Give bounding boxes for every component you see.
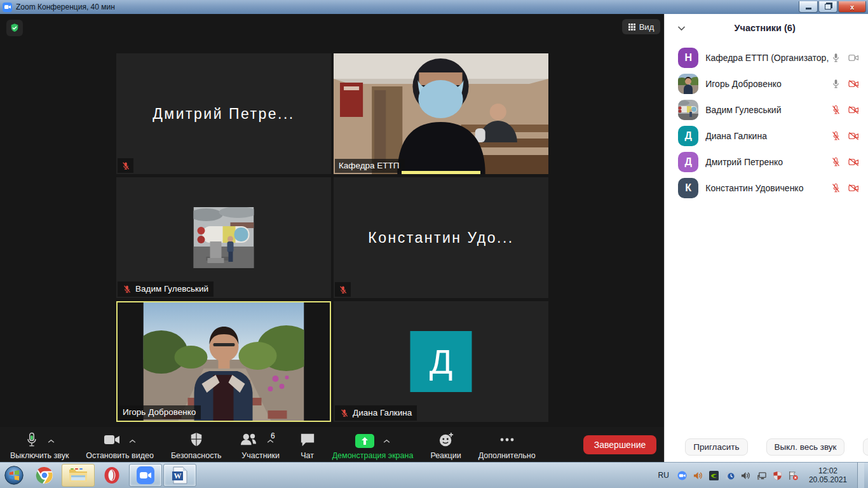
muted-mic-icon	[339, 407, 349, 418]
share-screen-icon	[355, 434, 374, 448]
reactions-button[interactable]: Реакции	[430, 430, 461, 460]
avatar: Н	[678, 48, 698, 68]
participant-name: Дмитрий Петренко	[705, 157, 831, 167]
more-button[interactable]: ...	[863, 438, 868, 456]
opera-taskbar-icon[interactable]	[96, 464, 128, 486]
restore-button[interactable]	[818, 1, 837, 13]
invite-button[interactable]: Пригласить	[685, 438, 747, 456]
language-indicator[interactable]: RU	[656, 471, 672, 480]
tile-name-label: Диана Галкина	[353, 408, 412, 417]
more-options-button[interactable]: Дополнительно	[478, 430, 536, 460]
tile-name-text: Константин Удо...	[334, 177, 548, 298]
zoom-app-icon	[3, 3, 12, 12]
video-tile-konstantin[interactable]: Константин Удо...	[334, 177, 548, 298]
muted-mic-icon	[121, 283, 132, 294]
video-tile-vadim[interactable]: Вадим Гулевський	[116, 177, 331, 298]
mute-audio-button[interactable]: Выключить звук	[10, 430, 69, 460]
participant-row-dmitriy[interactable]: Д Дмитрий Петренко	[665, 149, 868, 175]
camera-icon	[104, 433, 120, 449]
blue-clock-app-icon[interactable]	[724, 470, 735, 481]
mute-all-button[interactable]: Выкл. весь звук	[766, 438, 845, 456]
camera-status-icon	[848, 78, 859, 89]
chat-button[interactable]: Чат	[300, 430, 315, 460]
video-stage: Вид Дмитрий Петре...	[0, 14, 664, 463]
close-button[interactable]: x	[838, 1, 866, 13]
mic-status-icon	[831, 104, 841, 115]
chevron-up-icon[interactable]	[129, 439, 136, 444]
volume-manager-icon[interactable]	[693, 470, 703, 481]
tile-name-label: Вадим Гулевський	[135, 284, 208, 294]
smiley-plus-icon	[438, 432, 454, 450]
participants-count-badge: 6	[271, 431, 275, 440]
classroom-video-feed	[334, 53, 548, 174]
avatar-photo	[678, 74, 698, 94]
avatar: Д	[678, 126, 698, 146]
participants-button[interactable]: 6 Участники	[239, 430, 283, 460]
stop-video-button[interactable]: Остановить видео	[86, 430, 154, 460]
active-speaker-bar	[402, 171, 480, 174]
zoom-meeting-window: Zoom Конференция, 40 мин x Вид Дмитрий П…	[0, 0, 868, 488]
show-desktop-button[interactable]	[857, 463, 864, 488]
word-taskbar-icon[interactable]: W	[163, 464, 196, 487]
chrome-taskbar-icon[interactable]	[29, 464, 60, 486]
camera-status-icon	[848, 182, 859, 193]
video-tile-kafedra[interactable]: Кафедра ЕТТП	[334, 53, 548, 174]
chevron-up-icon[interactable]	[48, 439, 55, 444]
camera-status-icon	[848, 104, 859, 115]
participants-panel-footer: Пригласить Выкл. весь звук ...	[665, 438, 868, 456]
action-center-flag-icon[interactable]	[788, 470, 799, 481]
tile-name-label: Игорь Добровенко	[123, 407, 196, 417]
end-meeting-button[interactable]: Завершение	[583, 435, 656, 454]
avatar-photo	[678, 100, 698, 120]
window-title: Zoom Конференция, 40 мин	[16, 3, 115, 11]
share-screen-button[interactable]: Демонстрация экрана	[332, 430, 414, 460]
vadim-avatar-photo	[194, 207, 254, 268]
taskbar-clock[interactable]: 12:02 20.05.2021	[804, 466, 852, 484]
mic-status-icon	[831, 78, 841, 89]
encryption-shield-icon[interactable]	[6, 20, 23, 36]
nvidia-settings-icon[interactable]	[709, 470, 719, 481]
security-shield-tray-icon[interactable]	[772, 470, 783, 481]
mic-status-icon	[831, 156, 841, 167]
window-titlebar[interactable]: Zoom Конференция, 40 мин x	[0, 0, 868, 15]
camera-status-icon	[848, 52, 859, 63]
igor-avatar-photo	[144, 302, 304, 421]
zoom-tray-icon[interactable]	[677, 470, 688, 481]
avatar: Д	[678, 152, 698, 172]
windows-taskbar: W RU	[0, 462, 868, 488]
file-explorer-taskbar-icon[interactable]	[62, 464, 95, 487]
system-tray: RU	[656, 463, 868, 488]
participants-panel-title: Участники (6)	[686, 23, 859, 33]
tile-name-text: Дмитрий Петре...	[116, 53, 331, 174]
muted-mic-icon	[120, 160, 131, 171]
view-button[interactable]: Вид	[622, 19, 661, 34]
video-tile-diana[interactable]: Д Диана Галкина	[334, 301, 548, 422]
meeting-toolbar: Выключить звук Остановить видео	[0, 427, 664, 463]
zoom-taskbar-icon[interactable]	[129, 464, 162, 487]
video-tile-igor[interactable]: Игорь Добровенко	[116, 301, 331, 422]
minimize-button[interactable]	[799, 1, 818, 13]
camera-status-icon	[848, 156, 859, 167]
video-tile-dmitriy[interactable]: Дмитрий Петре...	[116, 53, 331, 174]
shield-icon	[189, 432, 203, 450]
mic-status-icon	[831, 130, 841, 141]
diana-letter-avatar: Д	[410, 331, 472, 392]
mic-status-icon	[831, 182, 841, 193]
chevron-down-icon[interactable]	[677, 22, 686, 34]
video-grid: Дмитрий Петре...	[116, 53, 548, 422]
participant-row-konstantin[interactable]: К Константин Удовиченко	[665, 175, 868, 201]
clock-time: 12:02	[809, 466, 847, 475]
speaker-icon[interactable]	[740, 470, 751, 481]
participant-row-kafedra[interactable]: Н Кафедра ЕТТП (Организатор, я)	[665, 44, 868, 71]
participant-row-vadim[interactable]: Вадим Гулевський	[665, 97, 868, 123]
avatar: К	[678, 178, 698, 198]
start-button[interactable]	[0, 463, 28, 488]
participant-row-igor[interactable]: Игорь Добровенко	[665, 71, 868, 97]
svg-text:W: W	[174, 471, 182, 480]
ellipsis-icon	[499, 432, 515, 450]
participant-name: Игорь Добровенко	[705, 79, 831, 89]
participant-row-diana[interactable]: Д Диана Галкина	[665, 123, 868, 149]
security-button[interactable]: Безопасность	[171, 430, 222, 460]
network-icon[interactable]	[756, 470, 767, 481]
chevron-up-icon[interactable]	[383, 439, 390, 444]
